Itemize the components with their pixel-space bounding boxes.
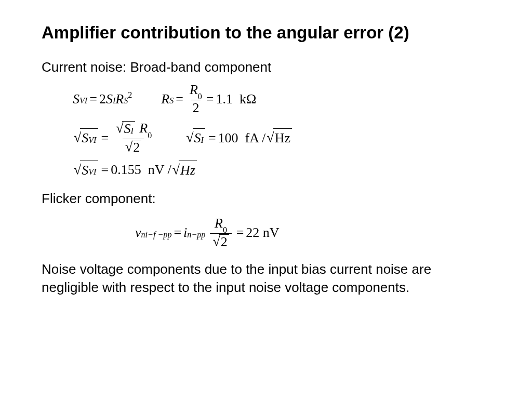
equation-block-broadband: SVI = 2SI RS2 RS = R0 2 =1.1 kΩ √SVI =	[42, 83, 490, 179]
equation-sqrt-svi-value: √SVI = 0.155 nV / √Hz	[73, 161, 198, 179]
equation-block-flicker: vni−f −pp = in−pp R0 √2 = 22 nV	[42, 216, 490, 249]
conclusion-text: Noise voltage components due to the inpu…	[42, 260, 490, 297]
equation-sqrt-si-value: √SI =100 fA / √Hz	[185, 128, 293, 147]
section-current-noise: Current noise: Broad-band component	[42, 59, 490, 75]
equation-vnifpp: vni−f −pp = in−pp R0 √2 = 22 nV	[135, 216, 280, 249]
equation-row-3: √SVI = 0.155 nV / √Hz	[73, 161, 490, 179]
section-flicker: Flicker component:	[42, 191, 490, 207]
equation-rs-value: RS = R0 2 =1.1 kΩ	[161, 83, 256, 115]
equation-row-2: √SVI = √SI R0 √2 √SI =100 fA / √Hz	[73, 121, 490, 154]
slide: Amplifier contribution to the angular er…	[0, 0, 532, 318]
equation-row-flicker: vni−f −pp = in−pp R0 √2 = 22 nV	[135, 216, 490, 249]
equation-row-1: SVI = 2SI RS2 RS = R0 2 =1.1 kΩ	[73, 83, 490, 115]
page-title: Amplifier contribution to the angular er…	[42, 23, 490, 43]
equation-svi-def: SVI = 2SI RS2	[73, 90, 132, 108]
equation-sqrt-svi: √SVI = √SI R0 √2	[73, 121, 156, 154]
